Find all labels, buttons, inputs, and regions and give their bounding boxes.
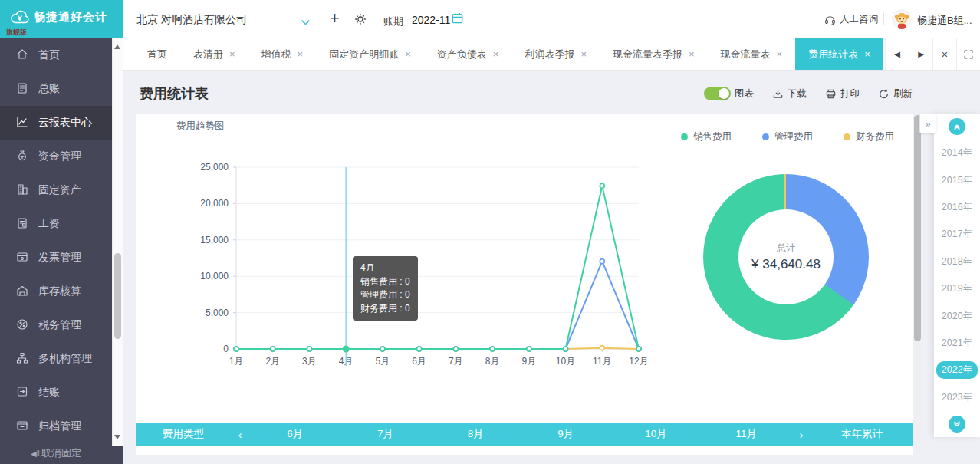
tab-label: 首页	[147, 48, 167, 61]
avatar[interactable]	[892, 9, 912, 29]
column-header-month[interactable]: 10月	[611, 427, 702, 441]
sidebar-scrollbar[interactable]	[112, 38, 123, 446]
data-point[interactable]	[527, 347, 531, 351]
sidebar-item-fixed-assets[interactable]: 固定资产	[0, 173, 123, 207]
prev-month-arrow[interactable]: ‹	[230, 428, 250, 441]
year-item-2017[interactable]: 2017年	[934, 221, 980, 248]
data-point[interactable]	[234, 347, 238, 351]
series-line-0[interactable]	[236, 186, 639, 349]
sidebar-scrollbar-thumb[interactable]	[114, 253, 121, 339]
column-header-month[interactable]: 11月	[701, 427, 791, 441]
toggle-switch[interactable]	[704, 87, 731, 100]
tab-close-icon[interactable]: ×	[405, 48, 411, 60]
tab-scroll-left-button[interactable]: ◀	[885, 38, 909, 70]
unpin-sidebar-button[interactable]: ◀‖ 取消固定	[0, 443, 112, 464]
data-point[interactable]	[453, 347, 458, 351]
archive-icon	[15, 419, 38, 435]
tab-expense-stats[interactable]: 费用统计表×	[795, 38, 883, 70]
data-point[interactable]	[490, 347, 495, 351]
data-point[interactable]	[271, 347, 275, 351]
chevron-down-icon[interactable]	[301, 15, 311, 29]
data-point[interactable]	[600, 346, 604, 350]
column-header-month[interactable]: 8月	[430, 427, 521, 441]
sidebar-item-multi-org[interactable]: 多机构管理	[0, 342, 123, 376]
year-item-2014[interactable]: 2014年	[934, 140, 980, 166]
data-point[interactable]	[564, 347, 568, 351]
tab-scroll-right-button[interactable]: ▶	[909, 38, 932, 70]
next-month-arrow[interactable]: ›	[791, 428, 811, 441]
column-header-ytd[interactable]: 本年累计	[811, 427, 913, 441]
tab-home[interactable]: 首页	[134, 38, 180, 70]
content-scrollbar-thumb[interactable]	[914, 115, 921, 341]
year-label: 2023年	[942, 391, 972, 404]
add-account-button[interactable]: +	[330, 8, 340, 28]
data-point[interactable]	[636, 347, 641, 351]
sidebar-item-payroll[interactable]: 工资	[0, 207, 123, 241]
tab-close-icon[interactable]: ×	[864, 48, 870, 60]
gear-icon[interactable]	[354, 12, 367, 29]
data-point[interactable]	[380, 347, 385, 351]
year-item-2018[interactable]: 2018年	[934, 248, 980, 275]
data-point[interactable]	[417, 347, 422, 351]
refresh-button[interactable]: 刷新	[878, 87, 913, 100]
tab-balance-sheet[interactable]: 资产负债表×	[424, 38, 512, 70]
tab-close-icon[interactable]: ×	[689, 48, 695, 60]
expense-donut-chart[interactable]: 总计 ¥ 34,640.48	[703, 174, 869, 340]
tab-close-icon[interactable]: ×	[493, 48, 499, 60]
year-item-2019[interactable]: 2019年	[934, 275, 980, 302]
user-name[interactable]: 畅捷通B组...	[917, 14, 972, 28]
content-scrollbar[interactable]	[914, 115, 921, 433]
year-item-2020[interactable]: 2020年	[934, 302, 980, 329]
period-value[interactable]: 2022-11	[412, 14, 450, 26]
tab-report-list[interactable]: 表清册×	[180, 38, 248, 70]
tab-close-icon[interactable]: ×	[580, 48, 587, 60]
legend-item-2[interactable]: 财务费用	[844, 130, 894, 143]
series-line-1[interactable]	[236, 262, 639, 349]
print-button[interactable]: 打印	[825, 87, 860, 100]
legend-item-1[interactable]: 管理费用	[762, 130, 813, 143]
tab-fixed-asset-detail[interactable]: 固定资产明细账×	[316, 38, 424, 70]
tab-vat[interactable]: 增值税×	[248, 38, 317, 70]
data-point[interactable]	[307, 347, 311, 351]
scroll-up-arrow-icon[interactable]	[114, 44, 120, 49]
legend-item-0[interactable]: 销售费用	[681, 130, 732, 143]
highlighted-data-point[interactable]	[343, 346, 350, 353]
fullscreen-button[interactable]	[956, 38, 980, 70]
tab-close-icon[interactable]: ×	[777, 48, 783, 60]
sidebar-item-closing[interactable]: 结账	[0, 376, 123, 410]
sidebar-item-cloud-reports[interactable]: 云报表中心	[0, 106, 123, 140]
tab-income-quarterly[interactable]: 利润表季报×	[511, 38, 600, 70]
sidebar-item-archive[interactable]: 归档管理	[0, 410, 123, 443]
year-item-2022[interactable]: 2022年	[934, 357, 980, 383]
scroll-down-arrow-icon[interactable]	[114, 435, 120, 439]
trend-line-chart[interactable]: 05,00010,00015,00020,00025,0001月2月3月4月5月…	[183, 156, 673, 386]
year-panel-collapse-handle[interactable]: »	[919, 114, 936, 133]
tab-cashflow[interactable]: 现金流量表×	[708, 38, 796, 70]
tab-close-icon[interactable]: ×	[298, 48, 304, 60]
column-header-month[interactable]: 6月	[250, 427, 340, 441]
support-link[interactable]: 人工咨询	[824, 13, 878, 26]
data-point[interactable]	[600, 259, 604, 264]
year-scroll-up-button[interactable]	[949, 118, 965, 135]
calendar-icon[interactable]	[451, 12, 464, 28]
sidebar-item-funds[interactable]: 资金管理	[0, 140, 123, 173]
year-item-2016[interactable]: 2016年	[934, 194, 980, 221]
year-item-2021[interactable]: 2021年	[934, 330, 980, 357]
tab-cashflow-quarterly[interactable]: 现金流量表季报×	[600, 38, 708, 70]
chart-toggle[interactable]: 图表	[704, 87, 754, 100]
sidebar-item-tax[interactable]: 税务管理	[0, 308, 123, 342]
data-point[interactable]	[600, 183, 604, 188]
sidebar-item-inventory[interactable]: 库存核算	[0, 275, 123, 308]
sidebar-item-general-ledger[interactable]: 总账	[0, 72, 123, 106]
company-selector[interactable]: 北京 对啊酒店有限公司	[136, 13, 247, 27]
year-item-2015[interactable]: 2015年	[934, 166, 980, 193]
close-all-tabs-button[interactable]: ×	[932, 38, 956, 70]
sidebar-item-invoice[interactable]: 发票管理	[0, 241, 123, 275]
year-item-2023[interactable]: 2023年	[934, 384, 980, 411]
year-scroll-down-button[interactable]	[949, 416, 965, 433]
tab-close-icon[interactable]: ×	[229, 48, 235, 60]
column-header-month[interactable]: 9月	[521, 427, 611, 441]
column-header-month[interactable]: 7月	[340, 427, 431, 441]
sidebar-item-home[interactable]: 首页	[0, 38, 123, 72]
download-button[interactable]: 下载	[772, 87, 807, 100]
